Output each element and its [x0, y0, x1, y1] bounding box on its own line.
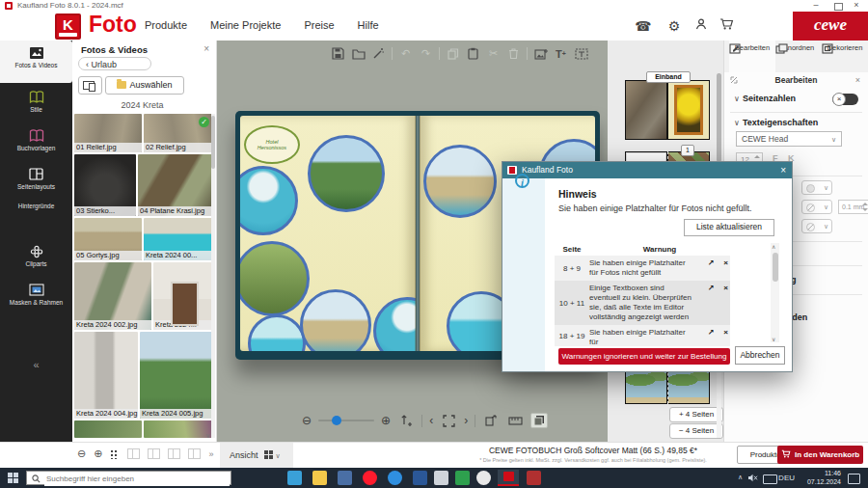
section-seitenzahlen[interactable]: ∨Seitenzahlen	[734, 94, 796, 103]
zoom-in-icon[interactable]: ⊕	[381, 414, 391, 427]
sidebar-item-seitenlayouts[interactable]: Seitenlayouts	[0, 164, 72, 201]
gear-icon[interactable]: ⚙	[665, 17, 683, 35]
cart-icon[interactable]	[718, 17, 735, 35]
font-family-select[interactable]: CEWE Head∨	[736, 131, 842, 147]
hotel-text-badge[interactable]: Hotel Hersonissos	[244, 125, 300, 164]
photo-thumbnail[interactable]: Kreta 2024 002.jpg	[74, 262, 151, 330]
magic-wand-icon[interactable]	[371, 46, 386, 61]
zoom-slider[interactable]	[318, 420, 374, 421]
thumb-grid-icon[interactable]	[110, 449, 120, 459]
photo-placeholder-circle[interactable]	[308, 135, 385, 212]
toolbar-overflow-icon[interactable]: »	[208, 449, 213, 459]
close-button[interactable]: ×	[847, 0, 866, 12]
section-texteigenschaften[interactable]: ∨Texteigenschaften	[734, 118, 818, 127]
add-to-cart-button[interactable]: In den Warenkorb	[777, 446, 863, 464]
sidebar-item-cliparts[interactable]: Cliparts	[0, 241, 72, 278]
tray-expand-icon[interactable]: ∧	[738, 474, 743, 481]
delete-icon[interactable]	[506, 46, 521, 61]
photo-placeholder-circle[interactable]	[248, 314, 306, 351]
photo-placeholder-circle[interactable]	[423, 145, 497, 218]
search-input[interactable]	[44, 472, 230, 486]
photo-thumbnail[interactable]: 04 Platane Krasi.jpg	[138, 154, 212, 216]
undo-icon[interactable]: ↶	[398, 46, 413, 61]
ignore-warnings-button[interactable]: Warnungen ignorieren und weiter zur Best…	[558, 348, 730, 365]
menu-meine-projekte[interactable]: Meine Projekte	[210, 19, 281, 31]
fullscreen-icon[interactable]	[440, 413, 457, 428]
paste-icon[interactable]	[466, 46, 480, 61]
photo-placeholder-circle[interactable]	[240, 166, 298, 235]
table-row[interactable]: 10 + 11 Einige Textboxen sind eventuell …	[555, 281, 730, 325]
dismiss-warning-icon[interactable]: ×	[723, 258, 728, 278]
photo-thumbnail[interactable]: Kreta 2024...	[153, 262, 212, 330]
select-folder-button[interactable]: Auswählen	[105, 76, 184, 95]
thumbs-zoom-out-icon[interactable]: ⊖	[77, 447, 86, 460]
thumbs-zoom-in-icon[interactable]: ⊕	[94, 447, 102, 460]
previous-spread-icon[interactable]: ‹	[429, 414, 433, 427]
menu-preise[interactable]: Preise	[304, 19, 334, 31]
fit-page-icon[interactable]	[397, 413, 415, 428]
layout-option-icon[interactable]	[148, 448, 160, 459]
dismiss-warning-icon[interactable]: ×	[723, 328, 728, 343]
photo-thumbnail[interactable]: 05 Gortys.jpg	[74, 218, 142, 260]
mail-app-icon[interactable]	[287, 471, 302, 485]
move-page-icon[interactable]	[482, 413, 500, 428]
detach-panel-icon[interactable]	[730, 76, 738, 86]
duplicate-icon[interactable]	[446, 46, 460, 61]
kaufland-foto-app-icon[interactable]	[498, 470, 519, 486]
blue-app-icon[interactable]	[388, 471, 402, 485]
photo-panel-close-icon[interactable]: ×	[203, 43, 209, 54]
sidebar-item-masken-rahmen[interactable]: Masken & Rahmen	[0, 280, 72, 316]
tab-dekorieren[interactable]: Dekorieren	[822, 41, 868, 72]
spread-cover[interactable]	[625, 80, 710, 140]
language-indicator[interactable]: DEU	[778, 474, 795, 482]
page-numbers-toggle[interactable]: ×	[832, 94, 858, 105]
photo-placeholder-circle[interactable]	[240, 241, 310, 316]
cancel-button[interactable]: Abbrechen	[735, 346, 785, 365]
next-spread-icon[interactable]: ›	[464, 414, 468, 427]
file-explorer-icon[interactable]	[312, 471, 327, 485]
taskbar-clock[interactable]: 11:46 07.12.2024	[799, 470, 841, 486]
redo-icon[interactable]: ↷	[419, 46, 433, 61]
table-row[interactable]: 8 + 9 Sie haben einige Platzhalter für F…	[555, 256, 730, 281]
back-to-urlaub-button[interactable]: ‹ Urlaub	[78, 57, 151, 70]
scroll-down-icon[interactable]: ∨	[772, 336, 775, 342]
photo-thumbnail[interactable]	[144, 420, 212, 438]
minimize-button[interactable]: –	[806, 0, 826, 12]
tab-bearbeiten[interactable]: Bearbeiten	[729, 41, 775, 72]
user-icon[interactable]	[692, 17, 710, 35]
photo-thumbnail[interactable]: Kreta 2024 00...	[144, 218, 212, 260]
taskbar-search[interactable]	[26, 471, 231, 485]
red-app-icon[interactable]	[527, 471, 541, 485]
book-page-left[interactable]: Hotel Hersonissos	[240, 116, 416, 351]
add-text-icon[interactable]: T+	[554, 46, 568, 61]
ruler-icon[interactable]	[506, 413, 524, 428]
zoom-out-icon[interactable]: ⊖	[302, 414, 312, 427]
phone-icon[interactable]: ☎	[635, 17, 652, 35]
goto-page-icon[interactable]: ↗	[708, 328, 715, 343]
save-icon[interactable]	[331, 46, 345, 61]
device-source-button[interactable]	[78, 76, 102, 95]
notification-center-icon[interactable]	[848, 474, 860, 484]
scroll-down-icon[interactable]: ∨	[205, 432, 210, 440]
word-app-icon[interactable]	[413, 471, 427, 485]
photo-placeholder-circle[interactable]	[300, 289, 371, 351]
open-folder-icon[interactable]	[351, 46, 366, 61]
goto-page-icon[interactable]: ↗	[708, 284, 715, 322]
menu-produkte[interactable]: Produkte	[145, 19, 187, 31]
cut-icon[interactable]: ✂	[486, 46, 501, 61]
layout-option-icon[interactable]	[188, 448, 201, 459]
sidebar-collapse-button[interactable]: «	[0, 359, 72, 370]
add-pages-button[interactable]: + 4 Seiten	[669, 407, 723, 422]
goto-page-icon[interactable]: ↗	[708, 258, 715, 278]
sidebar-item-hintergruende[interactable]: Hintergründe	[0, 203, 72, 239]
dismiss-warning-icon[interactable]: ×	[723, 284, 728, 322]
scroll-up-icon[interactable]: ∧	[772, 243, 775, 250]
layout-option-icon[interactable]	[168, 448, 180, 459]
maximize-button[interactable]	[834, 3, 843, 11]
photo-thumbnail[interactable]	[74, 420, 142, 438]
inspector-close-icon[interactable]: ×	[855, 75, 860, 85]
color-dropdown[interactable]: ∨	[801, 180, 832, 195]
tab-anordnen[interactable]: Anordnen	[775, 41, 822, 72]
layout-option-icon[interactable]	[127, 448, 140, 459]
refresh-list-button[interactable]: Liste aktualisieren	[684, 219, 774, 236]
